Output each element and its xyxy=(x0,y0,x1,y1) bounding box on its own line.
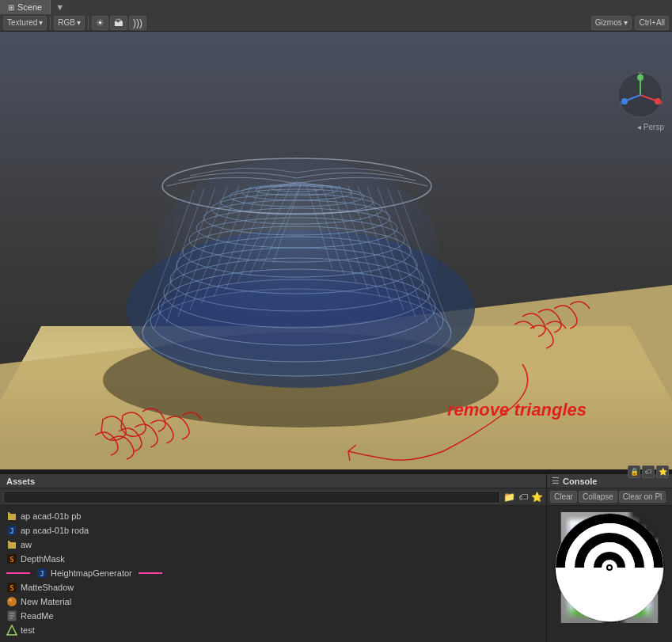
svg-text:remove triangles: remove triangles xyxy=(447,400,587,420)
ctrl-all-label: Ctrl+All xyxy=(639,18,665,27)
color-mode-chevron: ▾ xyxy=(77,18,81,27)
star-filter-icon: ⭐ xyxy=(531,492,543,503)
prefab-icon xyxy=(6,625,17,636)
tag-icon: 🏷 xyxy=(518,492,528,503)
svg-marker-80 xyxy=(7,625,17,635)
svg-text:J: J xyxy=(40,570,44,578)
asset-item-test[interactable]: test xyxy=(0,623,546,637)
asset-item-readme[interactable]: ReadMe xyxy=(0,609,546,623)
assets-header: Assets xyxy=(0,474,546,488)
txt-icon xyxy=(6,610,17,621)
ctrl-all-button[interactable]: Ctrl+All xyxy=(635,16,669,30)
image-button[interactable]: 🏔 xyxy=(110,16,127,30)
separator-1 xyxy=(50,17,51,29)
asset-item-new-material[interactable]: New Material xyxy=(0,595,546,609)
svg-marker-64 xyxy=(8,512,16,520)
sphere-icon xyxy=(6,596,17,607)
asset-name-aw: aw xyxy=(21,540,32,549)
console-toolbar: Clear Collapse Clear on Pl xyxy=(547,488,672,506)
sun-button[interactable]: ☀ xyxy=(92,16,108,30)
svg-point-74 xyxy=(7,597,17,606)
color-mode-label: RGB xyxy=(58,18,75,27)
svg-text:z: z xyxy=(620,99,623,106)
asset-item-ap-acad-01b-pb[interactable]: ap acad-01b pb xyxy=(0,509,546,523)
panel-resize-handle[interactable]: 🔒 🏷 ⭐ xyxy=(0,469,672,474)
svg-text:y: y xyxy=(639,71,642,77)
scene-tab-more: ▼ xyxy=(51,0,69,14)
svg-text:S: S xyxy=(9,556,13,564)
folder-icon xyxy=(6,539,17,550)
asset-name-ap-acad-01b-roda: ap acad-01b roda xyxy=(21,526,89,535)
gizmo: y x z xyxy=(617,71,664,119)
scene-tab[interactable]: Scene xyxy=(0,0,51,14)
audio-icon: ))) xyxy=(133,17,142,28)
asset-item-matteshadow[interactable]: SMatteShadow xyxy=(0,580,546,595)
asset-name-heightmapgenerator: HeightmapGenerator xyxy=(51,568,132,578)
viewport-content[interactable]: remove triangles y x z ◂ Persp xyxy=(0,32,672,473)
scene-viewport: Scene ▼ Textured ▾ RGB ▾ ☀ 🏔 ))) Gizmos … xyxy=(0,0,672,473)
console-clear-on-play-button[interactable]: Clear on Pl xyxy=(619,491,666,503)
assets-search-input[interactable] xyxy=(3,491,500,503)
assets-title: Assets xyxy=(6,477,35,486)
gizmos-button[interactable]: Gizmos ▾ xyxy=(591,16,632,30)
console-icon: ☰ xyxy=(552,476,560,486)
asset-name-readme: ReadMe xyxy=(21,611,54,621)
folder-icon: 📁 xyxy=(503,492,515,503)
svg-point-75 xyxy=(9,598,12,602)
console-collapse-button[interactable]: Collapse xyxy=(579,491,617,503)
asset-name-test: test xyxy=(21,625,35,635)
audio-button[interactable]: ))) xyxy=(129,16,146,30)
asset-name-matteshadow: MatteShadow xyxy=(21,583,74,592)
pink-line-right xyxy=(139,572,162,574)
console-title: Console xyxy=(563,477,597,486)
asset-name-depthmask: DepthMask xyxy=(21,554,65,564)
script-icon: J xyxy=(36,568,47,579)
script-icon: J xyxy=(6,525,17,536)
folder-icon xyxy=(6,511,17,522)
color-mode-dropdown[interactable]: RGB ▾ xyxy=(54,16,85,30)
star-icon: ⭐ xyxy=(656,465,669,478)
render-mode-dropdown[interactable]: Textured ▾ xyxy=(3,16,47,30)
persp-label: ◂ Persp xyxy=(637,123,664,131)
svg-marker-67 xyxy=(8,541,16,549)
asset-name-new-material: New Material xyxy=(21,597,71,606)
separator-2 xyxy=(88,17,89,29)
tab-bar: Scene ▼ xyxy=(0,0,69,14)
spiral-svg xyxy=(554,512,665,623)
svg-text:J: J xyxy=(9,527,13,535)
pink-line-left xyxy=(6,572,30,574)
asset-item-depthmask[interactable]: SDepthMask xyxy=(0,552,546,566)
assets-panel: Assets 📁 🏷 ⭐ ap acad-01b pbJap acad-01b … xyxy=(0,473,546,642)
console-panel: ☰ Console Clear Collapse Clear on Pl xyxy=(546,473,672,642)
shader-icon: S xyxy=(6,553,17,564)
svg-point-87 xyxy=(608,566,611,569)
svg-point-52 xyxy=(154,158,439,348)
console-clear-button[interactable]: Clear xyxy=(550,491,577,503)
render-mode-label: Textured xyxy=(7,18,37,27)
asset-name-ap-acad-01b-pb: ap acad-01b pb xyxy=(21,511,81,521)
assets-list: ap acad-01b pbJap acad-01b rodaawSDepthM… xyxy=(0,506,546,640)
toolbar-right: Gizmos ▾ Ctrl+All xyxy=(591,16,669,30)
svg-text:S: S xyxy=(9,584,13,592)
svg-text:x: x xyxy=(660,99,663,106)
image-icon: 🏔 xyxy=(114,17,123,28)
console-spiral-image xyxy=(554,512,665,623)
asset-item-heightmapgenerator[interactable]: JHeightmapGenerator xyxy=(0,566,546,580)
scene-3d-content: remove triangles xyxy=(0,32,672,473)
bottom-panel: Assets 📁 🏷 ⭐ ap acad-01b pbJap acad-01b … xyxy=(0,473,672,642)
tag-icon: 🏷 xyxy=(642,465,655,478)
lock-icon: 🔒 xyxy=(628,465,640,478)
assets-toolbar: 📁 🏷 ⭐ xyxy=(0,488,546,506)
gizmos-label: Gizmos ▾ xyxy=(595,18,628,27)
asset-item-aw[interactable]: aw xyxy=(0,538,546,552)
render-mode-chevron: ▾ xyxy=(39,18,43,27)
sun-icon: ☀ xyxy=(96,17,104,28)
asset-item-ap-acad-01b-roda[interactable]: Jap acad-01b roda xyxy=(0,523,546,538)
scene-toolbar: Textured ▾ RGB ▾ ☀ 🏔 ))) Gizmos ▾ Ctrl+A… xyxy=(0,14,672,32)
shader-icon: S xyxy=(6,582,17,593)
